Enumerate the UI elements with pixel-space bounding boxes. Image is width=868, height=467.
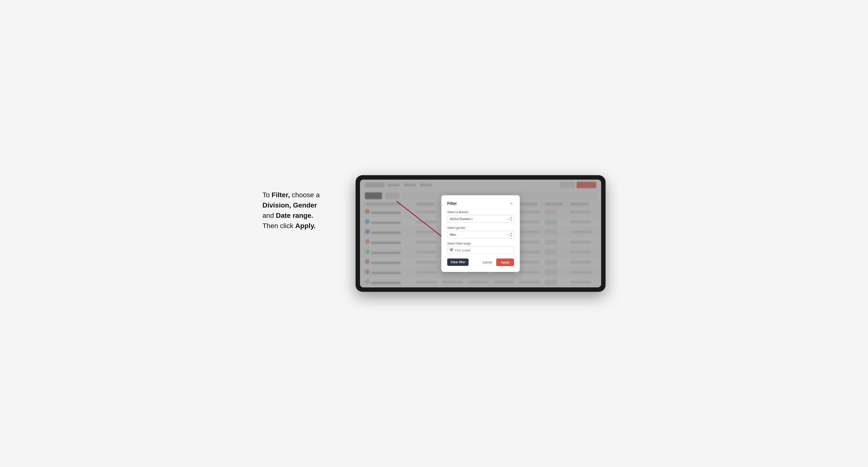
modal-title: Filter <box>447 201 457 206</box>
division-form-group: Select a division NCAA Division I NCAA D… <box>447 211 514 223</box>
instruction-line3: and Date range. <box>262 212 313 219</box>
division-chevron-icon: ▲▼ <box>510 216 513 221</box>
instruction-line1: To Filter, choose a <box>262 191 319 199</box>
gender-select-icons: × ▲▼ <box>507 232 513 237</box>
gender-label: Select gender <box>447 226 514 229</box>
modal-close-button[interactable]: × <box>509 201 514 206</box>
gender-clear-icon[interactable]: × <box>507 233 509 237</box>
gender-chevron-icon: ▲▼ <box>510 232 513 237</box>
division-select-wrapper: NCAA Division I NCAA Division II NCAA Di… <box>447 215 514 223</box>
tablet-screen: Filter × Select a division NCAA Division… <box>360 180 601 287</box>
tablet-frame: Filter × Select a division NCAA Division… <box>355 175 606 292</box>
date-input[interactable] <box>447 247 514 254</box>
division-select-icons: × ▲▼ <box>507 216 513 221</box>
division-select[interactable]: NCAA Division I NCAA Division II NCAA Di… <box>447 215 514 223</box>
division-clear-icon[interactable]: × <box>507 217 509 221</box>
date-form-group: Select Date range 📅 <box>447 242 514 254</box>
gender-select-wrapper: Men Women Co-ed × ▲▼ <box>447 231 514 239</box>
instruction-line4: Then click Apply. <box>262 222 316 229</box>
modal-overlay: Filter × Select a division NCAA Division… <box>360 180 601 287</box>
apply-button[interactable]: Apply <box>496 258 514 266</box>
modal-header: Filter × <box>447 201 514 206</box>
modal-footer: Clear filter Cancel Apply <box>447 258 514 266</box>
date-label: Select Date range <box>447 242 514 245</box>
clear-filter-button[interactable]: Clear filter <box>447 258 469 266</box>
filter-modal: Filter × Select a division NCAA Division… <box>441 195 520 272</box>
instruction-bold3: Date range. <box>276 212 313 219</box>
gender-select[interactable]: Men Women Co-ed <box>447 231 514 239</box>
instruction-bold2: Division, Gender <box>262 201 317 209</box>
gender-form-group: Select gender Men Women Co-ed × ▲▼ <box>447 226 514 239</box>
instruction-text: To Filter, choose a Division, Gender and… <box>262 175 341 231</box>
cancel-button[interactable]: Cancel <box>481 258 494 266</box>
instruction-bold1: Filter, <box>272 191 290 199</box>
instruction-bold4: Apply. <box>295 222 316 229</box>
date-input-wrapper: 📅 <box>447 247 514 254</box>
division-label: Select a division <box>447 211 514 214</box>
modal-footer-right: Cancel Apply <box>481 258 514 266</box>
calendar-icon: 📅 <box>450 248 453 252</box>
